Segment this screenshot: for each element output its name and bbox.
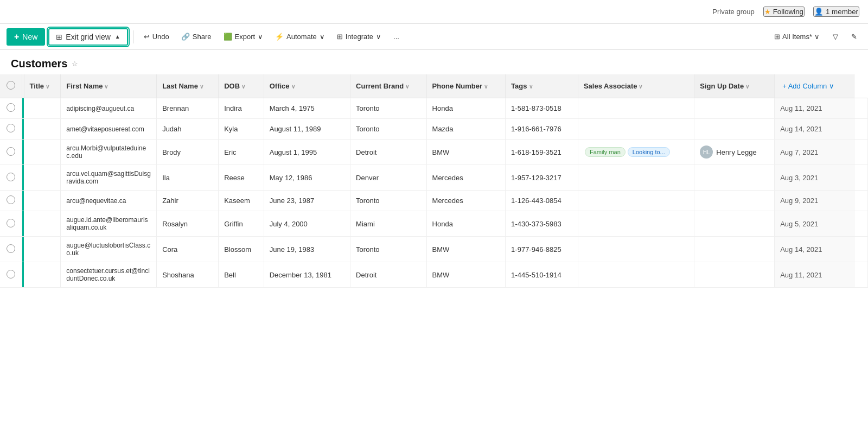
header-phone-number[interactable]: Phone Number∨ (426, 74, 506, 98)
all-items-chevron: ∨ (814, 33, 820, 41)
favorite-star-icon[interactable]: ☆ (72, 60, 78, 68)
row-sales-associate-cell (694, 262, 775, 288)
header-dob[interactable]: DOB∨ (219, 74, 264, 98)
following-label: Following (773, 8, 803, 16)
row-first-name-cell: Ila (157, 165, 219, 191)
export-button[interactable]: 🟩 Export ∨ (219, 30, 268, 43)
row-selector-cell[interactable] (0, 98, 22, 119)
row-selector-cell[interactable] (0, 262, 22, 288)
row-first-name-cell: Zahir (157, 191, 219, 211)
member-button[interactable]: 👤 1 member (813, 7, 859, 17)
header-sign-up-date[interactable]: Sign Up Date∨ (694, 74, 775, 98)
row-phone-cell: 1-430-373-5983 (506, 211, 578, 237)
row-selector-cell[interactable] (0, 165, 22, 191)
row-brand-cell: Mazda (426, 119, 506, 140)
firstname-sort-icon: ∨ (104, 84, 108, 90)
export-chevron: ∨ (258, 33, 263, 41)
header-sales-associate[interactable]: Sales Associate∨ (578, 74, 694, 98)
row-signup-date-cell: Aug 11, 2021 (775, 98, 854, 119)
export-icon: 🟩 (224, 33, 232, 41)
row-dob-cell: March 4, 1975 (264, 98, 350, 119)
add-column-button[interactable]: + Add Column ∨ (780, 80, 837, 92)
automate-button[interactable]: ⚡ Automate ∨ (271, 30, 329, 43)
toolbar: + New ⊞ Exit grid view ▲ ↩ Undo 🔗 Share … (0, 24, 868, 50)
row-checkbox[interactable] (7, 195, 15, 204)
row-checkbox[interactable] (7, 244, 15, 253)
exit-grid-view-button[interactable]: ⊞ Exit grid view ▲ (48, 28, 127, 46)
row-dob-cell: August 11, 1989 (264, 119, 350, 140)
header-current-brand[interactable]: Current Brand∨ (350, 74, 426, 98)
row-sales-associate-cell (694, 165, 775, 191)
following-button[interactable]: ★ Following (763, 7, 805, 17)
row-dob-cell: August 1, 1995 (264, 140, 350, 165)
row-sales-associate-cell (694, 237, 775, 262)
all-items-button[interactable]: ⊞ All Items* ∨ (770, 30, 824, 43)
row-selector-cell[interactable] (0, 211, 22, 237)
person-icon: 👤 (814, 8, 824, 16)
row-dob-cell: December 13, 1981 (264, 262, 350, 288)
integrate-chevron: ∨ (376, 33, 381, 41)
row-office-cell: Toronto (350, 237, 426, 262)
more-button[interactable]: ... (389, 30, 404, 43)
row-checkbox[interactable] (7, 270, 15, 279)
row-selector-cell[interactable] (0, 237, 22, 262)
row-phone-cell: 1-916-661-7976 (506, 119, 578, 140)
row-add-column-cell (854, 119, 868, 140)
row-signup-date-cell: Aug 11, 2021 (775, 262, 854, 288)
integrate-label: Integrate (346, 33, 373, 41)
share-button[interactable]: 🔗 Share (177, 30, 216, 43)
edit-button[interactable]: ✎ (847, 30, 861, 43)
filter-button[interactable]: ▽ (828, 30, 843, 43)
table-body: adipiscing@augueut.caBrennanIndiraMarch … (0, 98, 868, 288)
header-selector[interactable] (0, 74, 22, 98)
row-checkbox[interactable] (7, 219, 15, 227)
new-button[interactable]: + New (7, 28, 45, 46)
row-email-cell: augue@luctuslobortisClass.co.uk (61, 237, 157, 262)
top-bar-right: Private group ★ Following 👤 1 member (712, 7, 859, 17)
header-tags[interactable]: Tags∨ (506, 74, 578, 98)
header-add-column[interactable]: + Add Column ∨ (775, 74, 854, 98)
select-all-checkbox[interactable] (7, 81, 15, 90)
row-title-cell (24, 237, 61, 262)
row-title-cell (24, 262, 61, 288)
row-first-name-cell: Rosalyn (157, 211, 219, 237)
row-checkbox[interactable] (7, 173, 15, 181)
table-row: adipiscing@augueut.caBrennanIndiraMarch … (0, 98, 868, 119)
row-tags-cell (578, 191, 694, 211)
associate-name: Henry Legge (716, 148, 756, 156)
row-brand-cell: BMW (426, 237, 506, 262)
header-first-name[interactable]: First Name∨ (61, 74, 157, 98)
exit-grid-label: Exit grid view (66, 33, 110, 41)
cursor-indicator: ▲ (115, 34, 120, 40)
row-title-cell (24, 119, 61, 140)
row-selector-cell[interactable] (0, 140, 22, 165)
header-last-name[interactable]: Last Name∨ (157, 74, 219, 98)
row-phone-cell: 1-977-946-8825 (506, 237, 578, 262)
row-email-cell: arcu.Morbi@vulputateduinec.edu (61, 140, 157, 165)
share-label: Share (193, 33, 212, 41)
row-last-name-cell: Kyla (219, 119, 264, 140)
row-signup-date-cell: Aug 14, 2021 (775, 237, 854, 262)
row-checkbox[interactable] (7, 147, 15, 156)
row-add-column-cell (854, 237, 868, 262)
row-add-column-cell (854, 98, 868, 119)
header-office[interactable]: Office∨ (264, 74, 350, 98)
table-row: arcu.vel.quam@sagittisDuisgravida.comIla… (0, 165, 868, 191)
row-tags-cell: Family manLooking to... (578, 140, 694, 165)
integrate-button[interactable]: ⊞ Integrate ∨ (333, 30, 386, 43)
office-sort-icon: ∨ (291, 84, 295, 90)
row-checkbox[interactable] (7, 124, 15, 132)
header-title[interactable]: Title∨ (24, 74, 61, 98)
row-selector-cell[interactable] (0, 119, 22, 140)
undo-button[interactable]: ↩ Undo (139, 30, 174, 43)
row-first-name-cell: Judah (157, 119, 219, 140)
row-add-column-cell (854, 262, 868, 288)
row-selector-cell[interactable] (0, 191, 22, 211)
row-checkbox[interactable] (7, 103, 15, 112)
row-office-cell: Miami (350, 211, 426, 237)
row-tags-cell (578, 211, 694, 237)
associate-cell-container: HLHenry Legge (700, 145, 769, 159)
row-email-cell: arcu@nequevitae.ca (61, 191, 157, 211)
row-last-name-cell: Griffin (219, 211, 264, 237)
row-brand-cell: Mercedes (426, 191, 506, 211)
